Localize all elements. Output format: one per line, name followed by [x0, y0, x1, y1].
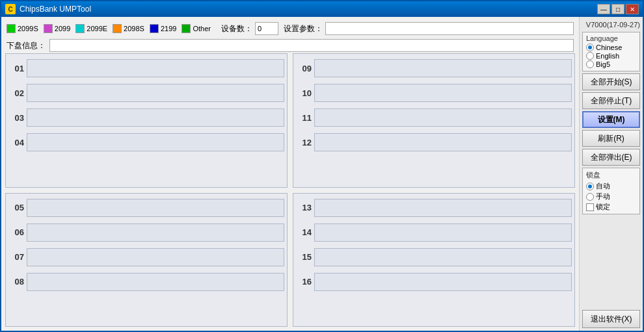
info-bar-input[interactable] — [49, 39, 574, 52]
device-bar-13[interactable] — [314, 199, 572, 217]
info-bar-label: 下盘信息： — [7, 40, 46, 51]
radio-circle-manual — [586, 193, 594, 201]
device-bar-11[interactable] — [314, 109, 572, 127]
device-row-11: 11 — [296, 106, 572, 129]
version-text: V7000(17-09-27) — [582, 19, 640, 30]
radio-label-chinese: Chinese — [596, 44, 622, 51]
settings-button[interactable]: 设置(M) — [582, 111, 640, 128]
device-bar-01[interactable] — [27, 59, 284, 77]
legend-item-2099s: 2099S — [7, 24, 38, 33]
radio-english[interactable]: English — [586, 52, 636, 60]
device-num-10: 10 — [296, 88, 312, 98]
device-bar-04[interactable] — [27, 133, 284, 151]
legend-item-2098s: 2098S — [113, 24, 144, 33]
stop-all-button[interactable]: 全部停止(T) — [582, 92, 640, 109]
radio-auto[interactable]: 自动 — [586, 181, 636, 191]
device-bar-09[interactable] — [314, 59, 572, 77]
device-bar-14[interactable] — [314, 223, 572, 242]
device-bar-08[interactable] — [27, 273, 284, 291]
legend-color-2199 — [150, 24, 159, 33]
info-bar: 下盘信息： — [5, 38, 575, 53]
legend-item-other: Other — [181, 24, 211, 33]
device-count-input[interactable] — [255, 22, 278, 35]
maximize-button[interactable]: □ — [611, 4, 624, 14]
device-row-05: 05 — [8, 196, 284, 220]
legend-label-2098s: 2098S — [124, 25, 144, 32]
device-num-12: 12 — [296, 138, 312, 147]
grid-row-lower: 05 06 07 08 — [5, 193, 575, 329]
device-num-09: 09 — [296, 64, 312, 73]
start-all-button[interactable]: 全部开始(S) — [582, 73, 640, 90]
right-panel: V7000(17-09-27) Language Chinese English… — [579, 17, 643, 331]
legend-label-2099s: 2099S — [18, 25, 38, 32]
device-count-area: 设备数： — [221, 22, 278, 35]
device-num-06: 06 — [8, 227, 24, 237]
device-bar-15[interactable] — [314, 248, 572, 266]
lock-checkbox-label: 锁定 — [596, 202, 610, 212]
window-icon: C — [5, 4, 16, 14]
legend-color-2098s — [113, 24, 122, 33]
device-row-03: 03 — [8, 106, 284, 129]
radio-label-english: English — [596, 52, 619, 60]
legend-label-2099e: 2099E — [87, 25, 107, 32]
device-num-05: 05 — [8, 203, 24, 212]
titlebar-buttons: — □ ✕ — [597, 4, 639, 14]
lock-label: 锁盘 — [586, 170, 636, 180]
radio-label-manual: 手动 — [596, 192, 610, 201]
device-bar-07[interactable] — [27, 248, 284, 266]
grid-row-upper: 01 02 03 04 — [5, 53, 575, 189]
legend-color-other — [181, 24, 191, 33]
left-panel: 2099S 2099 2099E 2098S 2199 — [1, 17, 579, 331]
radio-circle-auto — [586, 183, 594, 190]
legend-item-2199: 2199 — [150, 24, 176, 33]
legend-item-2099: 2099 — [44, 24, 70, 33]
device-num-15: 15 — [296, 252, 312, 262]
device-row-01: 01 — [8, 57, 284, 80]
device-num-04: 04 — [8, 138, 24, 147]
device-num-13: 13 — [296, 203, 312, 212]
lock-checkbox[interactable]: 锁定 — [586, 202, 636, 212]
grid-section-3: 09 10 11 12 — [293, 53, 575, 188]
device-num-03: 03 — [8, 113, 24, 123]
device-row-15: 15 — [296, 246, 572, 269]
legend-color-2099e — [75, 24, 85, 33]
legend-item-2099e: 2099E — [75, 24, 107, 33]
language-section-label: Language — [586, 34, 636, 42]
radio-chinese[interactable]: Chinese — [586, 44, 636, 51]
spacer — [582, 216, 640, 308]
device-params-input[interactable] — [325, 22, 574, 35]
device-grid: 01 02 03 04 — [5, 53, 575, 328]
minimize-button[interactable]: — — [597, 4, 610, 14]
device-params-label: 设置参数： — [284, 23, 323, 34]
top-bar: 2099S 2099 2099E 2098S 2199 — [5, 19, 575, 38]
device-bar-06[interactable] — [27, 223, 284, 242]
device-bar-10[interactable] — [314, 84, 572, 102]
device-params-area: 设置参数： — [284, 22, 574, 35]
device-row-06: 06 — [8, 221, 284, 244]
eject-all-button[interactable]: 全部弹出(E) — [582, 149, 640, 166]
device-num-07: 07 — [8, 252, 24, 262]
device-num-08: 08 — [8, 277, 24, 287]
main-content: 2099S 2099 2099E 2098S 2199 — [1, 17, 643, 331]
main-window: C ChipsBank UMPTool — □ ✕ 2099S 2099 — [0, 0, 644, 332]
exit-button[interactable]: 退出软件(X) — [582, 310, 640, 328]
window-title: ChipsBank UMPTool — [20, 5, 597, 14]
legend-label-other: Other — [193, 25, 211, 32]
close-button[interactable]: ✕ — [626, 4, 639, 14]
radio-big5[interactable]: Big5 — [586, 60, 636, 68]
radio-label-big5: Big5 — [596, 60, 610, 68]
refresh-button[interactable]: 刷新(R) — [582, 130, 640, 147]
radio-label-auto: 自动 — [596, 181, 610, 191]
device-row-09: 09 — [296, 57, 572, 80]
device-row-02: 02 — [8, 81, 284, 105]
device-num-11: 11 — [296, 113, 312, 123]
device-row-04: 04 — [8, 131, 284, 154]
device-bar-03[interactable] — [27, 109, 284, 127]
device-bar-16[interactable] — [314, 273, 572, 291]
device-bar-02[interactable] — [27, 84, 284, 102]
device-row-13: 13 — [296, 196, 572, 220]
radio-manual[interactable]: 手动 — [586, 192, 636, 201]
radio-circle-chinese — [586, 44, 594, 51]
device-bar-05[interactable] — [27, 199, 284, 217]
device-bar-12[interactable] — [314, 133, 572, 151]
